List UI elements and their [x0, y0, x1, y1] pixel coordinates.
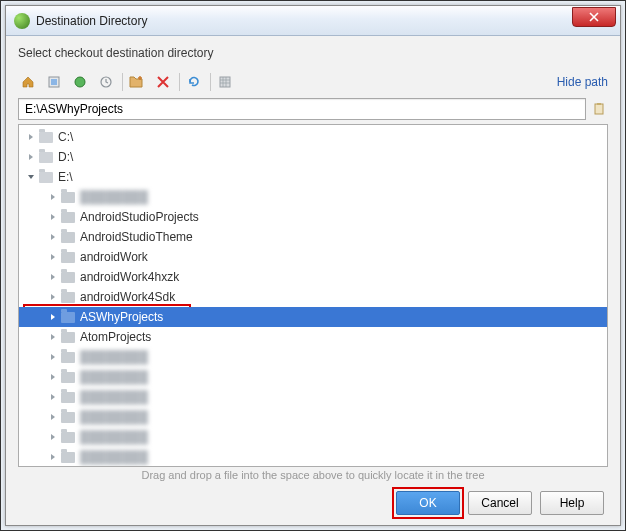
tree-row-label: AtomProjects [80, 330, 151, 344]
project-button[interactable] [70, 72, 90, 92]
tree-row[interactable]: ████████ [19, 407, 607, 427]
tree-row-label: ████████ [80, 370, 148, 384]
folder-icon [61, 372, 75, 383]
path-history-button[interactable] [590, 100, 608, 118]
chevron-right-icon[interactable] [47, 351, 59, 363]
svg-rect-4 [220, 77, 230, 87]
button-bar: OK Cancel Help [18, 483, 608, 517]
tree-row-label: AndroidStudioTheme [80, 230, 193, 244]
instruction-label: Select checkout destination directory [18, 46, 608, 60]
folder-icon [61, 332, 75, 343]
tree-row[interactable]: AndroidStudioProjects [19, 207, 607, 227]
new-folder-icon [129, 75, 145, 89]
dialog-window: Destination Directory Select checkout de… [5, 5, 621, 526]
chevron-right-icon[interactable] [25, 151, 37, 163]
chevron-right-icon[interactable] [47, 251, 59, 263]
tree-row[interactable]: ████████ [19, 347, 607, 367]
chevron-right-icon[interactable] [47, 291, 59, 303]
chevron-right-icon[interactable] [25, 131, 37, 143]
tree-row[interactable]: C:\ [19, 127, 607, 147]
tree-row[interactable]: AtomProjects [19, 327, 607, 347]
tree-row-label: androidWork4hxzk [80, 270, 179, 284]
toolbar-separator [179, 73, 180, 91]
chevron-right-icon[interactable] [47, 191, 59, 203]
path-input[interactable] [18, 98, 586, 120]
tree-row-label: ████████ [80, 190, 148, 204]
folder-icon [61, 292, 75, 303]
tree-row[interactable]: D:\ [19, 147, 607, 167]
tree-row-label: ASWhyProjects [80, 310, 163, 324]
folder-icon [61, 452, 75, 463]
svg-rect-1 [51, 79, 57, 85]
tree-row[interactable]: androidWork [19, 247, 607, 267]
module-icon [47, 75, 61, 89]
cancel-button[interactable]: Cancel [468, 491, 532, 515]
tree-row[interactable]: ████████ [19, 427, 607, 447]
delete-icon [157, 76, 169, 88]
toolbar-separator [122, 73, 123, 91]
show-hidden-button[interactable] [215, 72, 235, 92]
close-button[interactable] [572, 7, 616, 27]
refresh-icon [187, 75, 201, 89]
folder-icon [61, 272, 75, 283]
tree-row[interactable]: E:\ [19, 167, 607, 187]
directory-tree[interactable]: C:\D:\E:\████████AndroidStudioProjectsAn… [18, 124, 608, 467]
tree-row[interactable]: ████████ [19, 387, 607, 407]
tree-row-label: ████████ [80, 350, 148, 364]
hide-path-link[interactable]: Hide path [557, 75, 608, 89]
ok-button[interactable]: OK [396, 491, 460, 515]
chevron-right-icon[interactable] [47, 391, 59, 403]
recent-button[interactable] [96, 72, 116, 92]
chevron-down-icon[interactable] [25, 171, 37, 183]
tree-row[interactable]: AndroidStudioTheme [19, 227, 607, 247]
chevron-right-icon[interactable] [47, 211, 59, 223]
folder-icon [61, 352, 75, 363]
tree-row[interactable]: ████████ [19, 367, 607, 387]
tree-row-label: androidWork [80, 250, 148, 264]
tree-row-label: androidWork4Sdk [80, 290, 175, 304]
close-icon [589, 12, 599, 22]
folder-icon [61, 432, 75, 443]
tree-row-label: AndroidStudioProjects [80, 210, 199, 224]
home-button[interactable] [18, 72, 38, 92]
folder-icon [61, 192, 75, 203]
tree-row[interactable]: ████████ [19, 447, 607, 467]
folder-icon [61, 412, 75, 423]
svg-point-2 [75, 77, 85, 87]
tree-row[interactable]: androidWork4hxzk [19, 267, 607, 287]
home-icon [21, 75, 35, 89]
tree-row-selected[interactable]: ASWhyProjects [19, 307, 607, 327]
svg-rect-5 [595, 104, 603, 114]
folder-icon [61, 312, 75, 323]
tree-row-label: ████████ [80, 450, 148, 464]
drive-icon [39, 172, 53, 183]
drive-icon [39, 152, 53, 163]
chevron-right-icon[interactable] [47, 431, 59, 443]
chevron-right-icon[interactable] [47, 451, 59, 463]
grid-icon [218, 75, 232, 89]
folder-icon [61, 392, 75, 403]
chevron-right-icon[interactable] [47, 271, 59, 283]
module-button[interactable] [44, 72, 64, 92]
new-folder-button[interactable] [127, 72, 147, 92]
chevron-right-icon[interactable] [47, 371, 59, 383]
tree-row[interactable]: androidWork4Sdk [19, 287, 607, 307]
chevron-right-icon[interactable] [47, 311, 59, 323]
tree-row-label: C:\ [58, 130, 73, 144]
folder-icon [61, 232, 75, 243]
refresh-button[interactable] [184, 72, 204, 92]
window-title: Destination Directory [36, 14, 572, 28]
tree-row[interactable]: ████████ [19, 187, 607, 207]
drive-icon [39, 132, 53, 143]
app-icon [14, 13, 30, 29]
delete-button[interactable] [153, 72, 173, 92]
chevron-right-icon[interactable] [47, 331, 59, 343]
chevron-right-icon[interactable] [47, 231, 59, 243]
tree-row-label: D:\ [58, 150, 73, 164]
chevron-right-icon[interactable] [47, 411, 59, 423]
folder-icon [61, 212, 75, 223]
help-button[interactable]: Help [540, 491, 604, 515]
toolbar: Hide path [18, 70, 608, 94]
hint-label: Drag and drop a file into the space abov… [18, 469, 608, 483]
tree-row-label: ████████ [80, 430, 148, 444]
